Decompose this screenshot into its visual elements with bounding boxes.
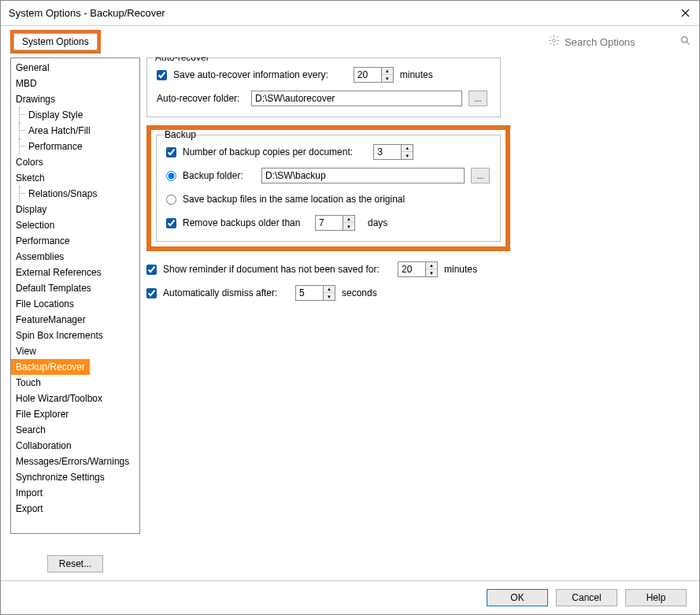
- show-reminder-checkbox[interactable]: [146, 265, 157, 275]
- nav-item-export[interactable]: Export: [11, 501, 139, 517]
- group-auto-recover: Auto-recover Save auto-recover informati…: [146, 57, 501, 117]
- search-input[interactable]: [565, 36, 675, 48]
- nav-item-messages-errors-warnings[interactable]: Messages/Errors/Warnings: [11, 454, 139, 469]
- nav-item-touch[interactable]: Touch: [11, 375, 139, 391]
- nav-item-colors[interactable]: Colors: [11, 154, 139, 170]
- reminder-interval-spinner[interactable]: ▲▼: [398, 261, 438, 277]
- nav-item-performance[interactable]: Performance: [11, 233, 139, 249]
- tab-highlight: System Options: [10, 30, 101, 54]
- chevron-down-icon[interactable]: ▼: [402, 152, 413, 159]
- nav-item-backup-recover[interactable]: Backup/Recover: [11, 359, 90, 375]
- nav-item-import[interactable]: Import: [11, 485, 139, 501]
- cancel-button[interactable]: Cancel: [556, 589, 617, 606]
- options-window: System Options - Backup/Recover System O…: [0, 0, 700, 615]
- remove-days-spinner[interactable]: ▲▼: [315, 215, 355, 231]
- save-auto-recover-checkbox[interactable]: [157, 70, 167, 80]
- group-title-auto-recover: Auto-recover: [152, 57, 213, 63]
- group-title-backup: Backup: [161, 129, 199, 140]
- nav-item-featuremanager[interactable]: FeatureManager: [11, 312, 139, 328]
- nav-item-performance[interactable]: Performance: [11, 139, 139, 154]
- nav-item-assemblies[interactable]: Assemblies: [11, 249, 139, 265]
- nav-item-spin-box-increments[interactable]: Spin Box Increments: [11, 328, 139, 343]
- reset-button[interactable]: Reset...: [47, 555, 103, 572]
- auto-recover-interval-input[interactable]: [354, 68, 381, 82]
- window-title: System Options - Backup/Recover: [9, 7, 165, 19]
- content-panel: Auto-recover Save auto-recover informati…: [146, 57, 690, 546]
- toolbar: System Options: [1, 26, 699, 57]
- chevron-down-icon[interactable]: ▼: [426, 269, 437, 276]
- chevron-up-icon[interactable]: ▲: [426, 262, 437, 269]
- nav-tree: GeneralMBDDrawingsDisplay StyleArea Hatc…: [10, 57, 140, 534]
- nav-item-display[interactable]: Display: [11, 202, 139, 217]
- backup-folder-label: Backup folder:: [183, 170, 255, 181]
- svg-point-1: [682, 37, 688, 43]
- dismiss-interval-input[interactable]: [296, 286, 323, 300]
- dismiss-interval-unit: seconds: [342, 287, 377, 298]
- auto-recover-folder-label: Auto-recover folder:: [157, 93, 245, 104]
- auto-recover-folder-input[interactable]: [251, 91, 462, 106]
- nav-item-selection[interactable]: Selection: [11, 217, 139, 233]
- nav-item-drawings[interactable]: Drawings: [11, 91, 139, 107]
- titlebar: System Options - Backup/Recover: [1, 1, 699, 26]
- help-button[interactable]: Help: [625, 589, 687, 606]
- reminder-interval-input[interactable]: [398, 262, 425, 276]
- chevron-down-icon[interactable]: ▼: [382, 75, 393, 82]
- auto-dismiss-checkbox[interactable]: [146, 288, 157, 298]
- nav-item-search[interactable]: Search: [11, 422, 139, 438]
- backup-same-location-label: Save backup files in the same location a…: [183, 194, 405, 205]
- nav-item-display-style[interactable]: Display Style: [11, 107, 139, 123]
- search-icon[interactable]: [680, 35, 691, 49]
- ok-button[interactable]: OK: [487, 589, 548, 606]
- nav-item-view[interactable]: View: [11, 343, 139, 359]
- backup-copies-spinner[interactable]: ▲▼: [373, 144, 413, 160]
- remove-backups-label: Remove backups older than: [183, 217, 309, 228]
- backup-browse-button[interactable]: ...: [471, 168, 490, 183]
- reminder-interval-unit: minutes: [444, 264, 477, 275]
- group-backup: Backup Number of backup copies per docum…: [156, 135, 501, 242]
- backup-copies-checkbox[interactable]: [166, 147, 176, 157]
- nav-item-file-explorer[interactable]: File Explorer: [11, 406, 139, 422]
- save-auto-recover-label: Save auto-recover information every:: [173, 69, 328, 80]
- remove-backups-checkbox[interactable]: [166, 218, 176, 228]
- chevron-up-icon[interactable]: ▲: [324, 286, 335, 293]
- chevron-down-icon[interactable]: ▼: [324, 293, 335, 300]
- backup-same-location-radio[interactable]: [166, 195, 176, 205]
- auto-recover-interval-unit: minutes: [400, 69, 433, 80]
- chevron-down-icon[interactable]: ▼: [343, 223, 354, 230]
- nav-item-area-hatch-fill[interactable]: Area Hatch/Fill: [11, 123, 139, 139]
- svg-point-0: [553, 39, 556, 43]
- search-box: [548, 35, 691, 49]
- chevron-up-icon[interactable]: ▲: [343, 216, 354, 223]
- gear-icon: [548, 35, 560, 49]
- auto-recover-interval-spinner[interactable]: ▲▼: [354, 67, 394, 83]
- backup-copies-input[interactable]: [374, 145, 401, 159]
- chevron-up-icon[interactable]: ▲: [402, 145, 413, 152]
- show-reminder-label: Show reminder if document has not been s…: [163, 264, 391, 275]
- chevron-up-icon[interactable]: ▲: [382, 68, 393, 75]
- nav-item-mbd[interactable]: MBD: [11, 76, 139, 91]
- nav-item-external-references[interactable]: External References: [11, 265, 139, 280]
- nav-item-general[interactable]: General: [11, 60, 139, 76]
- remove-days-input[interactable]: [316, 216, 343, 230]
- nav-item-sketch[interactable]: Sketch: [11, 170, 139, 186]
- auto-dismiss-label: Automatically dismiss after:: [163, 287, 289, 298]
- backup-folder-input[interactable]: [261, 168, 465, 183]
- remove-days-unit: days: [368, 217, 387, 228]
- reminder-rows: Show reminder if document has not been s…: [146, 261, 501, 302]
- tab-system-options[interactable]: System Options: [13, 33, 98, 50]
- nav-item-hole-wizard-toolbox[interactable]: Hole Wizard/Toolbox: [11, 391, 139, 406]
- footer: OK Cancel Help: [1, 580, 699, 614]
- nav-item-default-templates[interactable]: Default Templates: [11, 280, 139, 296]
- backup-folder-radio[interactable]: [166, 171, 176, 181]
- nav-item-file-locations[interactable]: File Locations: [11, 296, 139, 312]
- nav-item-collaboration[interactable]: Collaboration: [11, 438, 139, 454]
- dismiss-interval-spinner[interactable]: ▲▼: [295, 285, 335, 301]
- auto-recover-browse-button[interactable]: ...: [469, 91, 487, 106]
- backup-copies-label: Number of backup copies per document:: [183, 146, 353, 157]
- close-icon[interactable]: [679, 7, 691, 20]
- nav-item-relations-snaps[interactable]: Relations/Snaps: [11, 186, 139, 202]
- backup-highlight: Backup Number of backup copies per docum…: [146, 125, 510, 251]
- nav-item-synchronize-settings[interactable]: Synchronize Settings: [11, 469, 139, 485]
